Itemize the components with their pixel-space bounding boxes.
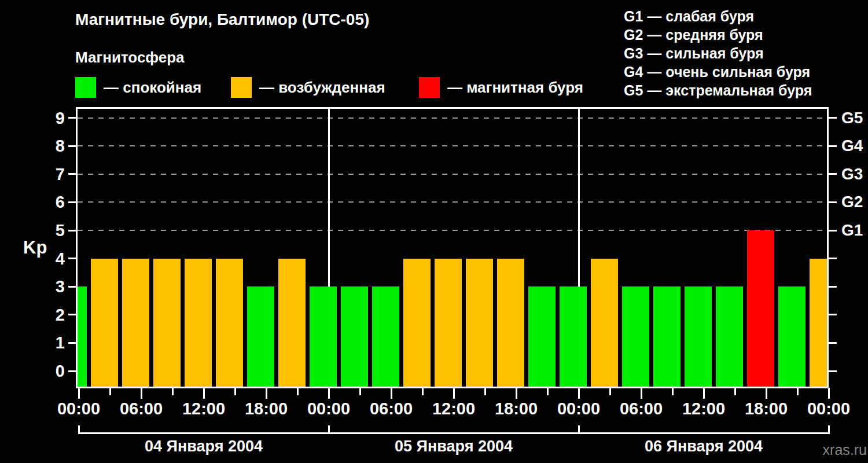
- y-axis-tick-right: [829, 145, 837, 147]
- kp-bar: [622, 286, 649, 387]
- date-label: 04 Января 2004: [111, 438, 296, 455]
- y-axis-tick-label: 1: [34, 333, 65, 352]
- y-axis-tick-right: [829, 230, 837, 232]
- x-axis-tick: [172, 388, 174, 395]
- y-axis-tick: [68, 258, 76, 259]
- x-axis-tick: [734, 388, 736, 395]
- x-axis-tick-label: 06:00: [359, 399, 423, 418]
- x-axis-tick: [484, 388, 486, 395]
- excited-color-swatch-icon: [231, 77, 252, 98]
- y-axis-tick-right: [829, 314, 837, 315]
- x-axis-tick: [453, 388, 455, 399]
- y-axis-tick-right: [829, 258, 837, 259]
- x-axis-tick-label: 18:00: [234, 399, 298, 418]
- y-axis-tick: [68, 173, 76, 175]
- kp-bar: [560, 286, 587, 387]
- x-axis-tick: [141, 388, 142, 399]
- y-axis-tick: [68, 201, 76, 203]
- gridline: [78, 230, 827, 231]
- y-axis-tick: [68, 117, 76, 119]
- x-axis-tick: [703, 388, 705, 399]
- x-axis-tick-label: 06:00: [109, 399, 173, 418]
- y-axis-tick-label: 8: [34, 137, 65, 155]
- legend-label-storm: — магнитная буря: [447, 79, 583, 97]
- x-axis-tick: [609, 388, 611, 395]
- x-axis-tick: [328, 388, 330, 399]
- storm-scale-line: G2 — средняя буря: [624, 25, 812, 44]
- x-axis-tick-label: 00:00: [547, 399, 610, 418]
- kp-bar: [341, 286, 368, 387]
- y-axis-tick: [68, 145, 76, 147]
- x-axis-tick: [109, 388, 111, 395]
- y-axis-tick-right: [829, 173, 837, 175]
- g-scale-tick-label: G3: [841, 165, 863, 183]
- y-axis-tick-right: [829, 342, 837, 344]
- x-axis-tick: [672, 388, 674, 395]
- y-axis-tick: [68, 230, 76, 232]
- x-axis-tick: [641, 388, 642, 399]
- kp-bar: [372, 286, 399, 387]
- kp-bar: [185, 259, 212, 387]
- g-scale-tick-label: G4: [841, 137, 863, 155]
- legend-label-excited: — возбужденная: [259, 79, 385, 97]
- gridline: [78, 117, 827, 119]
- kp-bar: [153, 259, 181, 387]
- y-axis-tick-right: [829, 201, 837, 203]
- kp-bar: [810, 259, 829, 387]
- x-axis-tick-label: 00:00: [47, 399, 111, 418]
- x-axis-tick-label: 00:00: [797, 399, 860, 418]
- x-axis-tick-label: 18:00: [484, 399, 548, 418]
- y-axis-tick-label: 2: [34, 306, 65, 324]
- kp-bar: [122, 259, 149, 387]
- kp-bar: [653, 286, 681, 387]
- magnetic-storms-chart: Магнитные бури, Балтимор (UTC-05) Магнит…: [0, 0, 868, 463]
- y-axis-tick: [68, 342, 76, 344]
- x-axis-tick-label: 12:00: [422, 399, 486, 418]
- y-axis-tick: [68, 314, 76, 315]
- kp-bar: [716, 286, 743, 387]
- legend-label-quiet: — спокойная: [104, 79, 201, 97]
- date-bracket-line: [79, 432, 829, 434]
- kp-bar: [747, 230, 774, 387]
- page-title: Магнитные бури, Балтимор (UTC-05): [75, 10, 369, 29]
- y-axis-tick-label: 7: [34, 165, 65, 183]
- x-axis-tick-label: 00:00: [297, 399, 361, 418]
- y-axis-tick-right: [829, 370, 837, 372]
- kp-bar: [310, 286, 337, 387]
- kp-bar: [591, 259, 618, 387]
- x-axis-tick: [297, 388, 299, 395]
- y-axis-tick-label: 5: [34, 221, 65, 240]
- gridline: [78, 201, 827, 203]
- legend-item-excited: — возбужденная: [231, 77, 385, 98]
- kp-bar: [278, 259, 306, 387]
- y-axis-tick-label: 6: [34, 193, 65, 211]
- y-axis-tick-label: 9: [34, 109, 65, 127]
- x-axis-tick: [797, 388, 799, 395]
- x-axis-tick: [234, 388, 236, 395]
- x-axis-tick: [547, 388, 549, 395]
- storm-scale-line: G3 — сильная буря: [624, 44, 812, 63]
- x-axis-tick: [766, 388, 767, 399]
- storm-scale-line: G1 — слабая буря: [624, 7, 812, 25]
- kp-bar: [778, 286, 806, 387]
- gridline: [78, 174, 827, 175]
- x-axis-tick: [266, 388, 267, 399]
- g-scale-tick-label: G5: [841, 109, 863, 127]
- x-axis-tick-label: 06:00: [609, 399, 673, 418]
- gridline: [78, 145, 827, 146]
- storm-color-swatch-icon: [419, 77, 440, 98]
- legend-item-storm: — магнитная буря: [419, 77, 583, 98]
- kp-bar: [403, 259, 431, 387]
- watermark: xras.ru: [781, 442, 867, 458]
- x-axis-tick: [578, 388, 580, 399]
- kp-bar: [247, 286, 274, 387]
- kp-bar: [528, 286, 556, 387]
- legend-item-quiet: — спокойная: [75, 77, 201, 98]
- x-axis-tick: [359, 388, 361, 395]
- y-axis-tick-right: [829, 286, 837, 288]
- storm-scale-line: G4 — очень сильная буря: [624, 63, 812, 81]
- x-axis-tick-label: 18:00: [734, 399, 798, 418]
- kp-bar: [685, 286, 712, 387]
- x-axis-tick-label: 12:00: [672, 399, 735, 418]
- plot-area: [76, 107, 829, 388]
